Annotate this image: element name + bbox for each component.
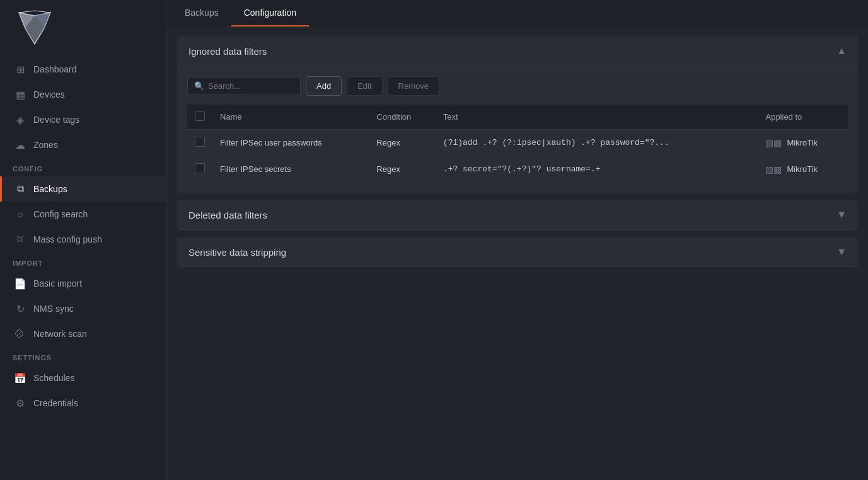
sensitive-stripping-header[interactable]: Sensitive data stripping ▼ (177, 237, 858, 267)
sidebar-item-dashboard[interactable]: ⊞ Dashboard (0, 57, 166, 82)
sidebar-item-device-tags[interactable]: ◈ Device tags (0, 107, 166, 132)
search-input[interactable] (208, 81, 294, 91)
col-condition: Condition (369, 105, 435, 130)
ignored-filters-header[interactable]: Ignored data filters ▲ (177, 37, 858, 66)
search-icon: ⌕ (14, 209, 26, 220)
cloud-icon: ☁ (14, 139, 26, 151)
ignored-filters-body: 🔍 Add Edit Remove Name (177, 66, 858, 193)
filter-toolbar: 🔍 Add Edit Remove (187, 76, 848, 96)
row-name: Filter IPSec secrets (212, 156, 369, 183)
logo-area (0, 0, 166, 57)
table-header-row: Name Condition Text Applied to (187, 105, 848, 130)
deleted-filters-header[interactable]: Deleted data filters ▼ (177, 200, 858, 230)
col-checkbox (187, 105, 212, 130)
col-name: Name (212, 105, 369, 130)
row-applied-to: ▨▩ MikroTik (758, 130, 848, 156)
filters-table: Name Condition Text Applied to Filter IP… (187, 105, 848, 183)
calendar-icon: 📅 (14, 372, 26, 384)
sidebar-item-label: Schedules (33, 373, 74, 383)
sidebar-item-label: Zones (33, 140, 58, 150)
sidebar-item-config-search[interactable]: ⌕ Config search (0, 202, 166, 227)
applied-icon: ▨▩ (765, 164, 782, 174)
config-section-label: CONFIG (0, 157, 166, 176)
import-section-label: IMPORT (0, 252, 166, 271)
content-area: Ignored data filters ▲ 🔍 Add Edit Remove (167, 26, 868, 480)
sidebar-item-devices[interactable]: ▦ Devices (0, 82, 166, 107)
applied-to-label: MikroTik (787, 164, 818, 174)
sidebar-item-label: Config search (33, 209, 88, 219)
row-condition: Regex (369, 130, 435, 156)
sidebar-item-schedules[interactable]: 📅 Schedules (0, 365, 166, 391)
sidebar-item-label: Network scan (33, 329, 87, 339)
table-row: Filter IPSec secrets Regex .+? secret="?… (187, 156, 848, 183)
sidebar-item-basic-import[interactable]: 📄 Basic import (0, 271, 166, 296)
sidebar-item-label: Devices (33, 89, 65, 100)
row-checkbox[interactable] (195, 163, 205, 173)
file-icon: 📄 (14, 278, 26, 289)
sidebar-item-label: Device tags (33, 115, 79, 125)
tab-backups[interactable]: Backups (172, 0, 231, 26)
col-applied-to: Applied to (758, 105, 848, 130)
sidebar-item-label: NMS sync (33, 304, 74, 314)
tab-configuration[interactable]: Configuration (231, 0, 309, 26)
row-condition: Regex (369, 156, 435, 183)
settings-section-label: SETTINGS (0, 346, 166, 365)
applied-icon: ▨▩ (765, 138, 782, 148)
chevron-up-icon: ▲ (836, 45, 847, 57)
ignored-filters-panel: Ignored data filters ▲ 🔍 Add Edit Remove (177, 37, 858, 193)
sidebar-item-label: Backups (33, 184, 67, 194)
sidebar-item-nms-sync[interactable]: ↻ NMS sync (0, 296, 166, 321)
sidebar-item-zones[interactable]: ☁ Zones (0, 132, 166, 157)
sidebar-item-mass-config-push[interactable]: ⛭ Mass config push (0, 227, 166, 252)
sensitive-stripping-panel: Sensitive data stripping ▼ (177, 237, 858, 267)
sidebar-section-main: ⊞ Dashboard ▦ Devices ◈ Device tags ☁ Zo… (0, 57, 166, 157)
sidebar-item-label: Dashboard (33, 64, 77, 74)
sidebar-item-network-scan[interactable]: ⛒ Network scan (0, 321, 166, 346)
tag-icon: ◈ (14, 114, 26, 125)
row-name: Filter IPSec user passwords (212, 130, 369, 156)
applied-to-label: MikroTik (787, 138, 818, 147)
row-text: .+? secret="?(.+?)"? username=.+ (436, 156, 758, 183)
edit-button[interactable]: Edit (347, 76, 382, 96)
sidebar-section-settings: SETTINGS 📅 Schedules ⚙ Credentials (0, 346, 166, 416)
sensitive-stripping-title: Sensitive data stripping (188, 247, 286, 258)
row-text: (?i)add .+? (?:ipsec|xauth) .+? password… (436, 130, 758, 156)
select-all-checkbox[interactable] (195, 111, 205, 121)
copy-icon: ⧉ (14, 183, 26, 195)
deleted-filters-title: Deleted data filters (188, 210, 267, 220)
sidebar-item-credentials[interactable]: ⚙ Credentials (0, 391, 166, 416)
sitemap-icon: ⛒ (14, 328, 26, 340)
ignored-filters-title: Ignored data filters (188, 46, 267, 57)
credentials-icon: ⚙ (14, 397, 26, 409)
col-text: Text (436, 105, 758, 130)
grid-icon: ⊞ (14, 64, 26, 75)
sidebar-section-import: IMPORT 📄 Basic import ↻ NMS sync ⛒ Netwo… (0, 252, 166, 346)
devices-icon: ▦ (14, 89, 26, 100)
add-button[interactable]: Add (306, 76, 342, 96)
sidebar-item-label: Mass config push (33, 234, 102, 244)
deleted-filters-panel: Deleted data filters ▼ (177, 200, 858, 230)
sidebar-item-label: Basic import (33, 278, 82, 289)
sidebar-item-backups[interactable]: ⧉ Backups (0, 176, 166, 202)
chevron-down-icon: ▼ (836, 246, 847, 258)
table-row: Filter IPSec user passwords Regex (?i)ad… (187, 130, 848, 156)
row-checkbox[interactable] (195, 137, 205, 147)
search-box[interactable]: 🔍 (187, 77, 301, 95)
tabs-bar: Backups Configuration (167, 0, 868, 26)
refresh-icon: ↻ (14, 303, 26, 314)
row-checkbox-cell (187, 156, 212, 183)
search-icon: 🔍 (194, 81, 204, 91)
remove-button[interactable]: Remove (388, 76, 439, 96)
chevron-down-icon: ▼ (836, 209, 847, 220)
main-content: Backups Configuration Ignored data filte… (167, 0, 868, 480)
sidebar: ⊞ Dashboard ▦ Devices ◈ Device tags ☁ Zo… (0, 0, 167, 480)
sidebar-item-label: Credentials (33, 398, 78, 408)
row-checkbox-cell (187, 130, 212, 156)
app-logo (13, 9, 57, 47)
sidebar-section-config: CONFIG ⧉ Backups ⌕ Config search ⛭ Mass … (0, 157, 166, 252)
row-applied-to: ▨▩ MikroTik (758, 156, 848, 183)
puzzle-icon: ⛭ (14, 234, 26, 245)
